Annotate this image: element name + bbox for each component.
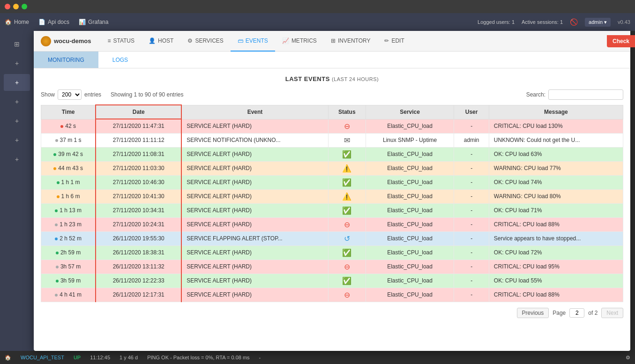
version-badge: v0.43 xyxy=(618,19,630,25)
col-message: Message xyxy=(489,105,623,119)
cell-user: - xyxy=(454,217,489,231)
cell-time: 3h 57 m xyxy=(41,260,96,274)
cell-date: 27/11/2020 11:11:12 xyxy=(96,133,181,147)
cell-date: 26/11/2020 18:38:31 xyxy=(96,245,181,260)
sidebar-item-7[interactable]: + xyxy=(4,151,30,168)
cell-service: Elastic_CPU_load xyxy=(366,260,454,274)
home-icon: 🏠 xyxy=(5,19,12,25)
nav-api-docs-label: Api docs xyxy=(48,19,69,25)
cell-status: ⊖ xyxy=(328,217,366,231)
admin-label: admin xyxy=(589,19,603,25)
modal-logo: wocu-demos xyxy=(41,36,91,46)
admin-dropdown[interactable]: admin ▾ xyxy=(585,18,611,27)
nav-home-label: Home xyxy=(14,19,29,25)
cell-service: Elastic_CPU_load xyxy=(366,288,454,302)
sidebar-item-2[interactable]: + xyxy=(4,55,30,72)
cell-time: 1 h 6 m xyxy=(41,189,96,203)
cell-event: SERVICE ALERT (HARD) xyxy=(181,147,328,161)
previous-page-button[interactable]: Previous xyxy=(517,308,549,318)
table-row: 1 h 6 m 27/11/2020 10:41:30 SERVICE ALER… xyxy=(41,189,623,203)
cell-date: 26/11/2020 19:55:30 xyxy=(96,231,181,245)
maximize-button[interactable] xyxy=(22,4,27,9)
minimize-button[interactable] xyxy=(13,4,19,9)
cell-event: SERVICE ALERT (HARD) xyxy=(181,217,328,231)
tab-metrics[interactable]: 📈 METRICS xyxy=(275,31,324,52)
cell-status: ⚠️ xyxy=(328,189,366,203)
sidebar-item-3[interactable]: + xyxy=(4,74,30,91)
sub-tabs: MONITORING LOGS xyxy=(34,52,630,68)
cell-user: - xyxy=(454,203,489,217)
table-row: 42 s 27/11/2020 11:47:31 SERVICE ALERT (… xyxy=(41,119,623,133)
cell-event: SERVICE ALERT (HARD) xyxy=(181,189,328,203)
cell-service: Elastic_CPU_load xyxy=(366,119,454,133)
bottom-icon: 🏠 xyxy=(5,355,11,361)
bottom-bar: 🏠 WOCU_API_TEST UP 11:12:45 1 y 46 d PIN… xyxy=(0,351,635,364)
sidebar-item-1[interactable]: ⊞ xyxy=(4,36,30,52)
page-number-input[interactable] xyxy=(569,308,584,318)
table-row: 1 h 13 m 27/11/2020 10:34:31 SERVICE ALE… xyxy=(41,203,623,217)
cell-service: Elastic_CPU_load xyxy=(366,161,454,175)
cell-date: 27/11/2020 10:46:30 xyxy=(96,175,181,189)
subtab-logs[interactable]: LOGS xyxy=(98,52,142,68)
cell-status: ✅ xyxy=(328,203,366,217)
tab-host[interactable]: 👤 HOST xyxy=(142,31,180,52)
cell-time: 2h 59 m xyxy=(41,245,96,260)
table-row: 2 h 52 m 26/11/2020 19:55:30 SERVICE FLA… xyxy=(41,231,623,245)
pagination: Previous Page of 2 Next xyxy=(41,308,623,318)
cell-service: Elastic_CPU_load xyxy=(366,245,454,260)
nav-home[interactable]: 🏠 Home xyxy=(5,19,29,25)
cell-service: Elastic_CPU_load xyxy=(366,217,454,231)
cell-status: ⚠️ xyxy=(328,161,366,175)
cell-status: ⊖ xyxy=(328,288,366,302)
search-input[interactable] xyxy=(548,89,623,100)
events-table: Time Date Event Status Service User Mess… xyxy=(41,104,623,302)
table-row: 4 h 41 m 26/11/2020 12:17:31 SERVICE ALE… xyxy=(41,288,623,302)
tab-edit[interactable]: ✏ EDIT xyxy=(377,31,411,52)
sidebar: ⊞ + + + + + + xyxy=(0,31,34,351)
sidebar-item-5[interactable]: + xyxy=(4,112,30,129)
section-subtitle-text: (LAST 24 HOURS) xyxy=(332,76,379,82)
cell-date: 27/11/2020 11:03:30 xyxy=(96,161,181,175)
cell-event: SERVICE FLAPPING ALERT (STOP... xyxy=(181,231,328,245)
cell-status: ↺ xyxy=(328,231,366,245)
close-button[interactable] xyxy=(5,4,10,9)
cell-date: 26/11/2020 12:22:33 xyxy=(96,274,181,288)
cell-message: CRITICAL: CPU load 88% xyxy=(489,288,623,302)
nav-grafana[interactable]: 📊 Grafana xyxy=(79,19,108,25)
cell-user: admin xyxy=(454,133,489,147)
cell-status: ⊖ xyxy=(328,119,366,133)
no-entry-icon: 🚫 xyxy=(570,18,578,26)
cell-message: WARNING: CPU load 77% xyxy=(489,161,623,175)
nav-api-docs[interactable]: 📄 Api docs xyxy=(38,19,69,25)
app-bar: 🏠 Home 📄 Api docs 📊 Grafana Logged users… xyxy=(0,13,635,31)
api-docs-icon: 📄 xyxy=(38,19,45,25)
logged-users: Logged users: 1 xyxy=(478,19,515,25)
tab-status[interactable]: ≡ STATUS xyxy=(100,31,142,52)
grafana-icon: 📊 xyxy=(79,19,86,25)
cell-date: 27/11/2020 10:24:31 xyxy=(96,217,181,231)
check-button[interactable]: Check xyxy=(607,35,635,47)
status-tab-icon: ≡ xyxy=(107,37,111,44)
search-label: Search: xyxy=(526,91,545,98)
cell-status: ✅ xyxy=(328,147,366,161)
subtab-monitoring[interactable]: MONITORING xyxy=(34,52,98,68)
cell-user: - xyxy=(454,119,489,133)
cell-event: SERVICE ALERT (HARD) xyxy=(181,203,328,217)
cell-time: 1 h 23 m xyxy=(41,217,96,231)
show-entries-select[interactable]: 200 50 100 xyxy=(58,89,82,100)
cell-event: SERVICE ALERT (HARD) xyxy=(181,175,328,189)
next-page-button[interactable]: Next xyxy=(601,308,623,318)
cell-user: - xyxy=(454,245,489,260)
cell-event: SERVICE ALERT (HARD) xyxy=(181,260,328,274)
tab-events[interactable]: 🗃 EVENTS xyxy=(231,31,275,52)
sidebar-item-4[interactable]: + xyxy=(4,93,30,110)
cell-event: SERVICE NOTIFICATION (UNKNO... xyxy=(181,133,328,147)
bottom-actions-icon[interactable]: ⚙ xyxy=(626,355,630,361)
tab-inventory[interactable]: ⊞ INVENTORY xyxy=(324,31,378,52)
cell-status: ✅ xyxy=(328,274,366,288)
title-bar xyxy=(0,0,635,13)
tab-services[interactable]: ⚙ SERVICES xyxy=(180,31,230,52)
sidebar-item-6[interactable]: + xyxy=(4,132,30,149)
modal-content: LAST EVENTS (LAST 24 HOURS) Show 200 50 … xyxy=(34,68,630,351)
metrics-tab-icon: 📈 xyxy=(282,37,289,44)
